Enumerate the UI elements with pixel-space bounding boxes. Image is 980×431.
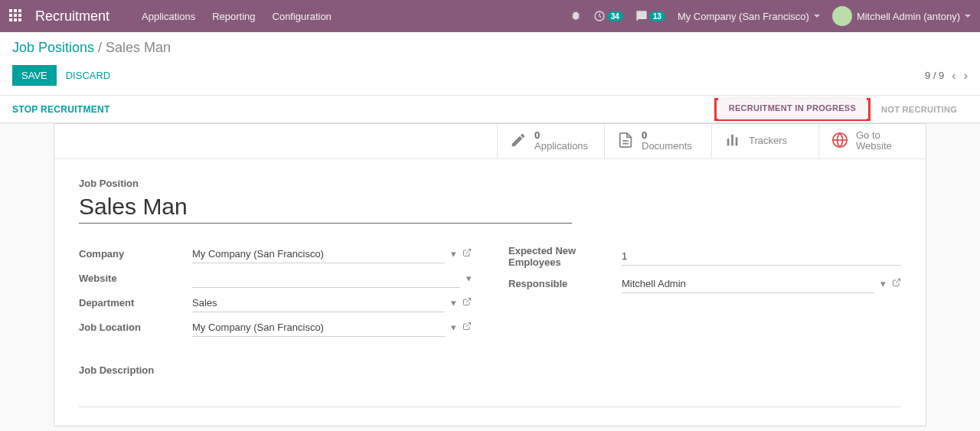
pager-next-button[interactable]: › — [964, 69, 968, 83]
company-label: My Company (San Francisco) — [678, 11, 809, 22]
menu-applications[interactable]: Applications — [142, 11, 195, 22]
divider — [79, 407, 901, 407]
messaging-indicator[interactable]: 13 — [635, 10, 665, 22]
apps-icon[interactable] — [9, 9, 21, 24]
status-in-progress[interactable]: RECRUITMENT IN PROGRESS — [718, 96, 867, 119]
stat-applications[interactable]: 0Applications — [497, 124, 604, 158]
chevron-down-icon — [965, 15, 971, 18]
avatar — [832, 6, 852, 26]
job-location-label: Job Location — [79, 322, 192, 333]
document-icon — [617, 132, 634, 151]
company-input[interactable] — [192, 245, 445, 263]
responsible-input[interactable] — [622, 275, 874, 293]
chevron-down-icon[interactable]: ▾ — [451, 248, 456, 260]
barchart-icon — [724, 132, 741, 151]
svg-rect-3 — [9, 14, 12, 17]
stat-documents[interactable]: 0Documents — [604, 124, 711, 158]
stat-website[interactable]: Go toWebsite — [818, 124, 926, 158]
svg-rect-4 — [14, 14, 17, 17]
chevron-down-icon[interactable]: ▾ — [880, 278, 886, 289]
pencil-icon — [510, 132, 527, 151]
svg-rect-1 — [14, 9, 17, 12]
stop-recruitment-button[interactable]: STOP RECRUITMENT — [12, 104, 110, 115]
app-title[interactable]: Recruitment — [35, 8, 109, 24]
svg-line-20 — [896, 279, 900, 284]
department-input[interactable] — [192, 294, 445, 312]
company-switcher[interactable]: My Company (San Francisco) — [678, 11, 820, 22]
job-location-input[interactable] — [192, 318, 445, 337]
chevron-down-icon[interactable]: ▾ — [466, 273, 472, 284]
svg-rect-6 — [9, 18, 12, 21]
save-button[interactable]: SAVE — [12, 65, 57, 86]
svg-line-17 — [466, 250, 471, 254]
messages-badge: 13 — [649, 11, 665, 21]
chevron-down-icon[interactable]: ▾ — [451, 322, 456, 333]
svg-rect-2 — [18, 9, 21, 12]
company-label: Company — [79, 248, 192, 260]
bug-icon[interactable] — [570, 10, 581, 23]
svg-rect-13 — [731, 134, 733, 145]
external-link-icon[interactable] — [462, 322, 472, 333]
activity-badge: 34 — [607, 11, 623, 21]
expected-input[interactable] — [622, 247, 901, 266]
breadcrumb-current: Sales Man — [106, 40, 171, 55]
form-sheet: 0Applications 0Documents Trackers Go toW… — [54, 123, 926, 426]
website-label: Website — [79, 273, 192, 284]
control-bar: Job Positions / Sales Man SAVE DISCARD 9… — [0, 32, 980, 96]
external-link-icon[interactable] — [892, 278, 901, 289]
svg-line-19 — [466, 323, 471, 328]
highlight-rect: RECRUITMENT IN PROGRESS — [714, 98, 871, 121]
external-link-icon[interactable] — [462, 297, 472, 309]
user-menu[interactable]: Mitchell Admin (antony) — [832, 6, 971, 26]
svg-rect-8 — [18, 18, 21, 21]
status-bar: STOP RECRUITMENT RECRUITMENT IN PROGRESS… — [0, 96, 980, 123]
department-label: Department — [79, 297, 192, 309]
responsible-label: Responsible — [508, 278, 622, 289]
job-description-label: Job Description — [79, 364, 901, 376]
chevron-down-icon[interactable]: ▾ — [451, 297, 456, 309]
breadcrumb-root[interactable]: Job Positions — [12, 40, 94, 55]
job-position-input[interactable] — [79, 192, 572, 224]
pager-text: 9 / 9 — [925, 70, 944, 81]
svg-rect-5 — [18, 14, 21, 17]
topbar: Recruitment Applications Reporting Confi… — [0, 0, 980, 32]
user-label: Mitchell Admin (antony) — [857, 11, 960, 22]
menu-reporting[interactable]: Reporting — [212, 11, 255, 22]
pager-prev-button[interactable]: ‹ — [952, 69, 956, 83]
activity-indicator[interactable]: 34 — [593, 10, 623, 22]
globe-icon — [831, 132, 848, 151]
discard-button[interactable]: DISCARD — [66, 70, 111, 81]
website-input[interactable] — [192, 269, 460, 288]
chevron-down-icon — [814, 15, 820, 18]
svg-rect-14 — [736, 137, 738, 145]
svg-rect-12 — [727, 139, 730, 145]
external-link-icon[interactable] — [462, 248, 472, 260]
breadcrumb: Job Positions / Sales Man — [12, 40, 968, 56]
menu-configuration[interactable]: Configuration — [273, 11, 332, 22]
svg-rect-0 — [9, 9, 12, 12]
svg-line-18 — [466, 299, 471, 303]
svg-rect-7 — [14, 18, 17, 21]
job-position-label: Job Position — [79, 178, 901, 189]
expected-label: Expected New Employees — [508, 245, 622, 269]
status-not-recruiting[interactable]: NOT RECRUITING — [871, 98, 968, 121]
stat-trackers[interactable]: Trackers — [711, 124, 818, 158]
